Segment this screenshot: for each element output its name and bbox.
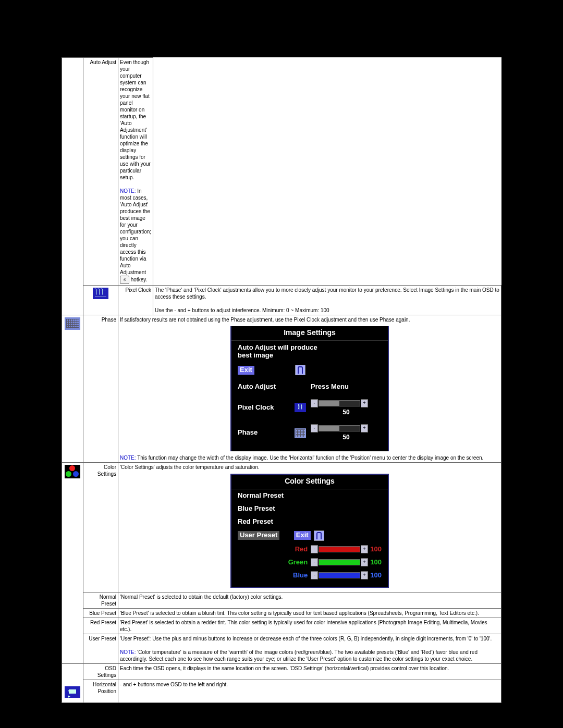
osd-user-preset[interactable]: User Preset [238,531,279,540]
color-settings-icon [65,465,80,478]
label-phase: Phase [83,315,118,463]
settings-table: Auto Adjust Even though your computer sy… [62,57,501,315]
label-auto-adjust: Auto Adjust [83,58,118,286]
osd-image-settings: Image Settings Auto Adjust will produce … [230,326,389,451]
blue-slider[interactable]: -+ [311,572,368,579]
desc-osd-settings: Each time the OSD opens, it displays in … [118,664,501,680]
osd-title: Image Settings [231,326,388,341]
osd-red-label: Red [280,545,311,554]
hotkey-icon: ⎋ [120,276,129,284]
osd-color-settings: Color Settings Normal Preset Blue Preset… [230,474,389,588]
phase-slider[interactable]: -+ [311,425,368,432]
label-osd-settings: OSD Settings [83,664,118,680]
pixel-clock-icon [93,288,108,299]
wave-icon: ⦚⦚ [295,403,306,412]
osd-red-preset[interactable]: Red Preset [231,515,388,528]
grid-icon [295,428,306,438]
horizontal-position-icon [65,686,80,698]
osd-phase[interactable]: Phase [238,428,290,437]
settings-table-main: Phase If satisfactory results are not ob… [62,315,501,703]
label-user-preset: User Preset [83,634,118,664]
osd-auto-adjust[interactable]: Auto Adjust [238,382,290,391]
desc-normal-preset: 'Normal Preset' is selected to obtain th… [118,593,501,609]
desc-pixel-clock: The 'Phase' and 'Pixel Clock' adjustment… [153,286,501,315]
desc-phase: If satisfactory results are not obtained… [118,315,501,463]
osd-blue-label: Blue [280,571,311,580]
osd-green-label: Green [280,558,311,567]
label-color-settings: Color Settings [83,462,118,593]
note-label: NOTE: [120,188,136,194]
label-normal-preset: Normal Preset [83,593,118,609]
desc-auto-adjust: Even though your computer system can rec… [118,58,153,286]
desc-user-preset: 'User Preset': Use the plus and minus bu… [118,634,501,664]
osd-blue-preset[interactable]: Blue Preset [231,502,388,515]
pixel-clock-slider[interactable]: -+ [311,400,368,407]
phase-icon [65,317,80,330]
green-slider[interactable]: -+ [311,559,368,566]
label-horizontal-position: Horizontal Position [83,680,118,703]
label-red-preset: Red Preset [83,618,118,634]
desc-horizontal-position: - and + buttons move OSD to the left and… [118,680,501,703]
label-pixel-clock: Pixel Clock [118,286,153,315]
osd-pixel-clock[interactable]: Pixel Clock [238,403,290,412]
desc-red-preset: 'Red Preset' is selected to obtain a red… [118,618,501,634]
osd-exit-2[interactable]: Exit [294,531,311,540]
label-blue-preset: Blue Preset [83,609,118,618]
exit-icon-2 [314,530,324,541]
osd-press-menu: Press Menu [311,382,382,391]
desc-color-settings: 'Color Settings' adjusts the color tempe… [118,462,501,593]
osd-exit[interactable]: Exit [238,366,254,375]
osd-normal-preset[interactable]: Normal Preset [231,489,388,502]
osd-subtitle: Auto Adjust will produce best image [231,341,388,360]
desc-blue-preset: 'Blue Preset' is selected to obtain a bl… [118,609,501,618]
exit-icon [295,365,305,375]
red-slider[interactable]: -+ [311,546,368,553]
